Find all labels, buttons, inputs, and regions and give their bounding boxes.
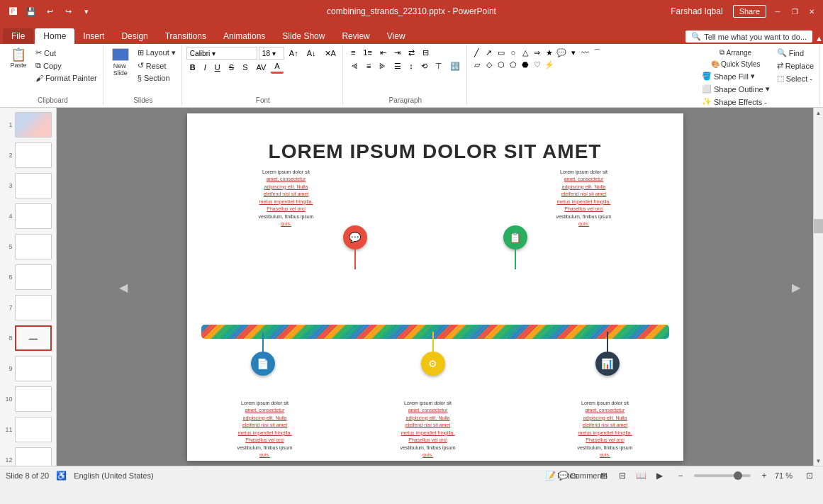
shape-effects-button[interactable]: ✨Shape Effects - bbox=[699, 96, 773, 108]
octagon-shape[interactable]: ⬣ bbox=[520, 59, 531, 70]
justify-button[interactable]: ☰ bbox=[391, 60, 405, 72]
smartart-button[interactable]: 🔣 bbox=[447, 60, 464, 72]
more-shapes[interactable]: ▾ bbox=[568, 47, 579, 58]
parallelogram-shape[interactable]: ▱ bbox=[471, 59, 483, 70]
reset-button[interactable]: ↺Reset bbox=[135, 60, 179, 72]
scroll-thumb[interactable] bbox=[814, 219, 823, 233]
replace-button[interactable]: ⇄Replace bbox=[774, 60, 817, 72]
numbering-button[interactable]: 1≡ bbox=[359, 47, 376, 59]
tab-design[interactable]: Design bbox=[113, 28, 156, 44]
fit-slide-btn[interactable]: ⊡ bbox=[802, 469, 817, 483]
font-size-up-button[interactable]: A↑ bbox=[286, 47, 302, 59]
tab-file[interactable]: File bbox=[3, 28, 33, 44]
align-text-button[interactable]: ⊤ bbox=[432, 60, 446, 72]
star-shape[interactable]: ★ bbox=[544, 47, 555, 58]
decrease-indent-button[interactable]: ⇤ bbox=[376, 47, 390, 59]
slide-thumb-2[interactable]: 2 bbox=[3, 141, 53, 169]
redo-icon[interactable]: ↪ bbox=[61, 4, 75, 18]
tab-slideshow[interactable]: Slide Show bbox=[274, 28, 333, 44]
scroll-left[interactable]: ◀ bbox=[119, 280, 128, 293]
undo-icon[interactable]: ↩ bbox=[43, 4, 57, 18]
slide-thumb-4[interactable]: 4 bbox=[3, 202, 53, 230]
zoom-slider[interactable] bbox=[694, 474, 751, 477]
slide-thumb-5[interactable]: 5 bbox=[3, 233, 53, 261]
slide-thumb-11[interactable]: 11 bbox=[3, 415, 53, 444]
columns-button[interactable]: ⊟ bbox=[419, 47, 432, 59]
italic-button[interactable]: I bbox=[201, 62, 210, 73]
align-center-button[interactable]: ≡ bbox=[363, 60, 374, 72]
cut-button[interactable]: ✂Cut bbox=[33, 47, 100, 59]
lightning-shape[interactable]: ⚡ bbox=[544, 59, 555, 70]
bullets-button[interactable]: ≡ bbox=[347, 47, 359, 59]
slide-thumb-8[interactable]: 8 ▬▬▬ bbox=[3, 324, 53, 352]
comments-button[interactable]: 💬 Comments bbox=[575, 469, 590, 483]
minimize-button[interactable]: ─ bbox=[772, 6, 783, 17]
line-shape[interactable]: ╱ bbox=[471, 47, 483, 58]
tab-animations[interactable]: Animations bbox=[215, 28, 274, 44]
customize-icon[interactable]: ▾ bbox=[79, 4, 94, 18]
save-icon[interactable]: 💾 bbox=[24, 4, 38, 18]
rtarrow-shape[interactable]: ⇒ bbox=[532, 47, 543, 58]
collapse-btn[interactable]: ▲ bbox=[815, 34, 823, 43]
layout-button[interactable]: ⊞Layout ▾ bbox=[135, 47, 179, 59]
slide-thumb-12[interactable]: 12 bbox=[3, 446, 53, 466]
clear-format-button[interactable]: ✕A bbox=[321, 47, 340, 60]
heart-shape[interactable]: ♡ bbox=[532, 59, 543, 70]
rtl-button[interactable]: ⇄ bbox=[405, 47, 418, 59]
font-name-dropdown[interactable]: Calibri ▾ bbox=[186, 47, 257, 60]
callout-shape[interactable]: 💬 bbox=[556, 47, 567, 58]
zoom-out-btn[interactable]: − bbox=[673, 469, 688, 483]
find-button[interactable]: 🔍Find bbox=[774, 47, 817, 59]
reading-view-btn[interactable]: 📖 bbox=[633, 469, 649, 483]
normal-view-btn[interactable]: ⊞ bbox=[596, 469, 612, 483]
scroll-down-btn[interactable]: ▼ bbox=[814, 456, 823, 466]
copy-button[interactable]: ⧉Copy bbox=[33, 60, 100, 72]
slide-canvas[interactable]: LOREM IPSUM DOLOR SIT AMET Lorem ipsum d… bbox=[187, 113, 683, 461]
slideshow-btn[interactable]: ▶ bbox=[651, 469, 667, 483]
align-left-button[interactable]: ⫷ bbox=[347, 60, 362, 72]
char-spacing-button[interactable]: AV bbox=[253, 62, 270, 73]
tell-me-box[interactable]: 🔍 Tell me what you want to do... bbox=[685, 30, 812, 43]
tab-transitions[interactable]: Transitions bbox=[157, 28, 215, 44]
tab-insert[interactable]: Insert bbox=[74, 28, 113, 44]
font-size-dropdown[interactable]: 18 ▾ bbox=[259, 47, 284, 60]
tab-view[interactable]: View bbox=[379, 28, 414, 44]
freeform-shape[interactable]: 〰 bbox=[580, 47, 591, 58]
scroll-up-btn[interactable]: ▲ bbox=[814, 108, 823, 118]
scroll-track[interactable] bbox=[814, 118, 823, 456]
right-scrollbar[interactable]: ▲ ▼ bbox=[813, 108, 823, 466]
restore-button[interactable]: ❐ bbox=[789, 6, 800, 17]
tab-home[interactable]: Home bbox=[35, 28, 74, 44]
align-right-button[interactable]: ⫸ bbox=[375, 60, 390, 72]
slide-thumb-9[interactable]: 9 bbox=[3, 354, 53, 383]
slide-thumb-1[interactable]: 1 bbox=[3, 111, 53, 139]
bold-button[interactable]: B bbox=[186, 62, 199, 73]
slide-thumb-6[interactable]: 6 bbox=[3, 263, 53, 291]
arrow-shape[interactable]: ↗ bbox=[483, 47, 495, 58]
format-painter-button[interactable]: 🖌Format Painter bbox=[33, 72, 100, 84]
slide-sorter-btn[interactable]: ⊟ bbox=[615, 469, 630, 483]
hexagon-shape[interactable]: ⬡ bbox=[496, 59, 507, 70]
diamond-shape[interactable]: ◇ bbox=[483, 59, 495, 70]
share-button[interactable]: Share bbox=[733, 5, 766, 18]
zoom-in-btn[interactable]: + bbox=[756, 469, 772, 483]
shadow-button[interactable]: S bbox=[239, 62, 251, 73]
pentagon-shape[interactable]: ⬠ bbox=[508, 59, 519, 70]
strikethrough-button[interactable]: S bbox=[225, 62, 237, 73]
select-button[interactable]: ⬚Select - bbox=[774, 72, 817, 84]
slide-thumb-10[interactable]: 10 bbox=[3, 385, 53, 413]
shape-fill-button[interactable]: 🪣Shape Fill▾ bbox=[699, 70, 773, 82]
increase-indent-button[interactable]: ⇥ bbox=[391, 47, 404, 59]
section-button[interactable]: §Section bbox=[135, 72, 179, 84]
paste-button[interactable]: 📋 Paste bbox=[6, 47, 31, 70]
line-spacing-button[interactable]: ↕ bbox=[405, 60, 417, 72]
shape-outline-button[interactable]: ⬜Shape Outline▾ bbox=[699, 83, 773, 95]
slide-thumb-3[interactable]: 3 bbox=[3, 172, 53, 200]
font-size-down-button[interactable]: A↓ bbox=[303, 47, 320, 59]
triangle-shape[interactable]: △ bbox=[520, 47, 531, 58]
text-direction-button[interactable]: ⟲ bbox=[418, 60, 431, 72]
quick-styles-button[interactable]: 🎨 Quick Styles bbox=[699, 59, 773, 69]
new-slide-button[interactable]: NewSlide bbox=[108, 47, 133, 78]
oval-shape[interactable]: ○ bbox=[508, 47, 519, 58]
close-button[interactable]: ✕ bbox=[806, 6, 817, 17]
